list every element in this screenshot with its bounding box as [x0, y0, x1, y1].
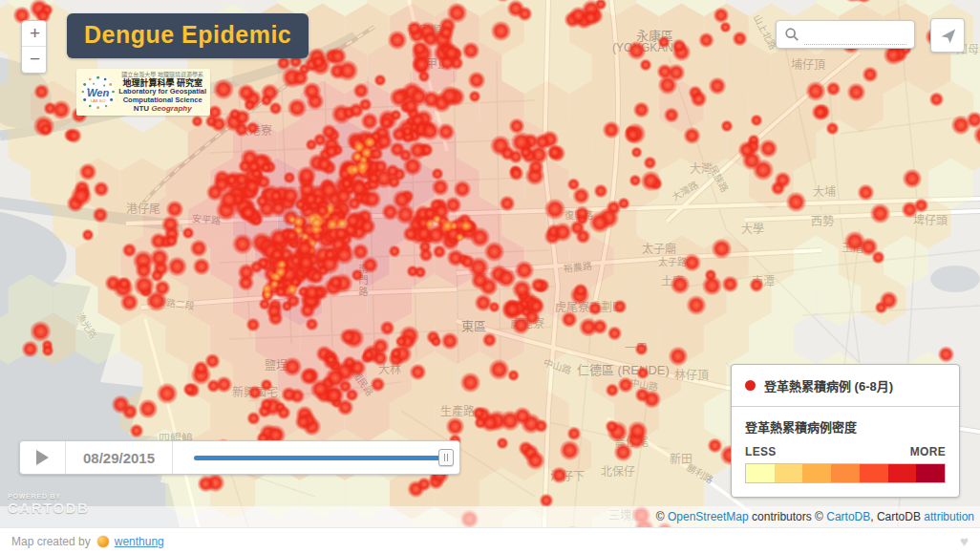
case-dot [461, 41, 480, 60]
zoom-out-button[interactable]: − [22, 47, 47, 73]
logo-line-ntu: NTU Geography [118, 104, 206, 113]
search-icon [784, 27, 799, 42]
case-dot [627, 40, 648, 61]
case-dot [871, 250, 885, 265]
search-input[interactable] [804, 30, 906, 45]
case-dot [388, 245, 401, 258]
case-dot [78, 162, 97, 181]
case-dot [698, 32, 715, 49]
like-heart-icon[interactable]: ♥ [960, 533, 969, 549]
case-dot [453, 180, 473, 200]
case-dot [682, 253, 702, 273]
case-dot [573, 283, 588, 298]
case-dot [370, 376, 386, 393]
case-dot [272, 272, 282, 282]
case-dot [582, 9, 600, 27]
case-dot [663, 107, 680, 124]
case-dot [165, 200, 184, 219]
timeline-date: 08/29/2015 [66, 441, 173, 474]
case-dot [156, 382, 178, 404]
case-dot [81, 228, 95, 242]
case-dot [438, 85, 461, 108]
case-dot [774, 171, 792, 189]
created-by-label: Map created by [11, 535, 91, 548]
cartodb-link[interactable]: CartoDB [826, 510, 870, 523]
case-dot [683, 126, 701, 144]
case-dot [472, 406, 486, 420]
case-dot [441, 220, 454, 232]
case-dot [387, 30, 409, 52]
case-dot [843, 230, 865, 252]
case-dot [525, 450, 545, 470]
case-dot [111, 394, 131, 415]
attribution-link[interactable]: attribution [924, 510, 974, 523]
ramp-swatch [916, 464, 945, 482]
case-dot [66, 127, 82, 143]
play-button[interactable] [20, 441, 66, 474]
case-dot [218, 188, 241, 211]
case-dot [534, 133, 551, 150]
case-dot [902, 168, 923, 189]
case-dot [314, 202, 330, 219]
case-dot [283, 171, 295, 183]
case-dot [296, 252, 316, 272]
case-dot [552, 222, 573, 243]
powered-by-cartodb-logo[interactable]: POWERED BY CARTODB [8, 493, 89, 516]
ramp-swatch [888, 464, 917, 482]
slider-handle[interactable] [438, 449, 454, 466]
case-dot [690, 90, 708, 108]
case-dot [624, 125, 643, 144]
case-dot [245, 317, 261, 332]
case-dot [246, 160, 262, 175]
case-dot [752, 159, 775, 181]
case-dot [276, 405, 290, 419]
ntu-lab-logo: Wen LAB SCI 國立台灣大學 地理環境資源學系 地理計算科學 研究室 L… [76, 69, 210, 116]
locate-button[interactable] [930, 18, 965, 53]
map-attribution: © OpenStreetMap contributors © CartoDB, … [0, 506, 980, 527]
slider-track[interactable] [194, 456, 446, 460]
case-dot [249, 260, 264, 274]
case-dot [534, 418, 549, 434]
case-dot [634, 342, 649, 356]
case-dot [846, 82, 866, 102]
case-dot [379, 320, 395, 336]
case-dot [336, 59, 359, 82]
case-dot [191, 115, 203, 127]
case-dot [440, 331, 459, 351]
case-dot [21, 340, 39, 358]
map-canvas[interactable]: 南安順甲頂永康區(YONGKANG)知母義埔仔頂山上北路大港寮大灣民族路大灣路大… [0, 0, 980, 527]
case-dot [394, 335, 407, 348]
case-dot [468, 90, 481, 103]
ramp-swatch [802, 464, 831, 482]
case-dot [643, 156, 657, 170]
legend-dot-icon [745, 380, 756, 391]
play-icon [36, 450, 49, 465]
case-dot [639, 58, 653, 73]
ramp-swatch [860, 464, 888, 482]
case-dot [287, 284, 298, 295]
time-slider-widget: 08/29/2015 [19, 440, 460, 475]
case-dot [514, 260, 535, 281]
case-dot [686, 294, 708, 316]
logo-line-lab-en2: Computational Science [118, 96, 206, 105]
case-dot [369, 146, 384, 161]
case-dot [360, 112, 379, 131]
user-link[interactable]: wenthung [115, 535, 164, 548]
case-dot [39, 122, 53, 137]
legend-panel: 登革熱累積病例 (6-8月) 登革熱累積病例密度 LESS MORE [731, 364, 960, 498]
timeline-slider[interactable] [173, 441, 459, 474]
case-dot [239, 203, 258, 223]
case-dot [437, 24, 456, 42]
case-dot [418, 247, 434, 263]
slider-progress [194, 456, 446, 460]
case-dot [561, 310, 579, 329]
zoom-in-button[interactable]: + [22, 21, 47, 47]
user-avatar [96, 535, 110, 548]
osm-link[interactable]: OpenStreetMap [668, 510, 749, 523]
case-dot [711, 238, 733, 260]
case-dot [559, 439, 581, 461]
case-dot [401, 125, 414, 138]
case-dot [508, 165, 524, 181]
case-dot [617, 197, 630, 210]
case-dot [499, 195, 517, 213]
